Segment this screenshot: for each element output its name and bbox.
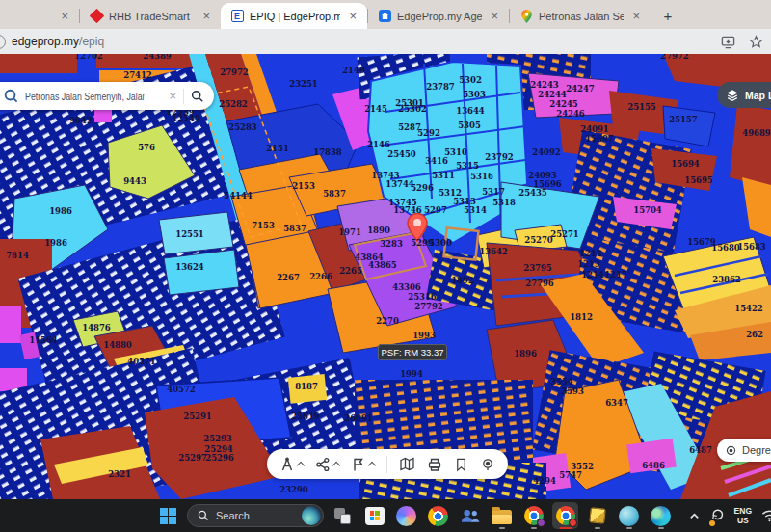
profile-badge bbox=[569, 519, 577, 527]
notification-dot bbox=[709, 520, 715, 526]
rhb-favicon bbox=[90, 10, 103, 23]
character-app-button[interactable] bbox=[616, 502, 642, 529]
map-toolbar bbox=[267, 449, 508, 479]
tab-close-icon[interactable]: × bbox=[58, 9, 71, 23]
url-host: edgeprop.my bbox=[12, 35, 79, 48]
address-bar[interactable]: edgeprop.my/epiq bbox=[0, 29, 771, 54]
chevron-up-icon[interactable] bbox=[332, 461, 340, 468]
language-indicator[interactable]: ENG US bbox=[734, 506, 752, 525]
map-layers-label: Map La bbox=[745, 90, 771, 101]
chrome-button[interactable] bbox=[425, 502, 451, 529]
windows-logo-icon bbox=[160, 508, 176, 524]
cube-app-button[interactable] bbox=[584, 502, 610, 529]
google-maps-favicon bbox=[519, 10, 533, 23]
tab-agent-portal[interactable]: EdgeProp.my Agent Portal × bbox=[368, 3, 509, 29]
tab-title: EPIQ | EdgeProp.my bbox=[250, 11, 340, 22]
map-search-input[interactable]: Petronas Jalan Semenyih, Jalan Se… × bbox=[0, 82, 214, 110]
new-tab-button[interactable]: + bbox=[656, 4, 679, 27]
chrome-icon bbox=[428, 506, 448, 526]
tab-title: Petronas Jalan Semenyih - Goo bbox=[539, 11, 624, 22]
edge-icon bbox=[651, 506, 671, 526]
parcel-map-graphic bbox=[0, 54, 771, 499]
copilot-icon bbox=[396, 506, 416, 526]
chevron-up-icon[interactable] bbox=[368, 461, 376, 468]
bookmark-star-icon[interactable] bbox=[749, 35, 763, 49]
degrees-label: Degrees bbox=[742, 444, 771, 456]
tab-close-icon[interactable]: × bbox=[346, 9, 359, 23]
taskbar-search[interactable]: Search bbox=[187, 504, 324, 527]
search-submit-icon[interactable] bbox=[191, 90, 204, 103]
measure-compass-icon bbox=[279, 457, 295, 472]
profile-badge bbox=[537, 519, 545, 527]
share-tool-button[interactable] bbox=[315, 457, 339, 472]
bookmark-icon[interactable] bbox=[454, 457, 468, 472]
send-to-device-icon[interactable] bbox=[721, 35, 735, 49]
people-icon bbox=[460, 507, 480, 524]
flag-tool-button[interactable] bbox=[351, 457, 375, 472]
degrees-compass-icon bbox=[725, 444, 737, 457]
site-info-icon[interactable] bbox=[0, 35, 6, 49]
tab-close-icon[interactable]: × bbox=[629, 9, 643, 23]
search-icon bbox=[198, 510, 209, 521]
tab-close-icon[interactable]: × bbox=[199, 9, 213, 23]
search-logo-icon bbox=[4, 89, 18, 103]
tab-petronas-maps[interactable]: Petronas Jalan Semenyih - Goo × bbox=[510, 3, 651, 29]
tab-title: EdgeProp.my Agent Portal bbox=[397, 11, 482, 22]
legend-map-icon[interactable] bbox=[399, 457, 415, 472]
share-icon bbox=[315, 457, 331, 472]
search-query-text: Petronas Jalan Semenyih, Jalan Se… bbox=[25, 91, 145, 102]
search-clear-icon[interactable]: × bbox=[169, 89, 176, 103]
tray-chevron-up-icon[interactable] bbox=[688, 510, 701, 522]
taskbar-search-label: Search bbox=[216, 510, 295, 521]
degrees-button[interactable]: Degrees bbox=[717, 439, 771, 462]
chrome-active-window-button[interactable] bbox=[552, 502, 578, 529]
measure-tool-button[interactable] bbox=[279, 457, 304, 472]
cube-app-icon bbox=[589, 507, 606, 524]
layers-icon bbox=[726, 89, 739, 102]
copilot-button[interactable] bbox=[393, 502, 419, 529]
tab-title: RHB TradeSmart bbox=[109, 11, 194, 22]
tab-close-icon[interactable]: × bbox=[488, 9, 501, 23]
edge-button[interactable] bbox=[648, 502, 674, 529]
character-app-icon bbox=[619, 506, 639, 526]
windows-taskbar: Search ENG US bbox=[0, 499, 771, 532]
chrome-profile-2-button[interactable] bbox=[520, 502, 546, 529]
tab-epiq-edgeprop[interactable]: E EPIQ | EdgeProp.my × bbox=[221, 3, 367, 29]
store-icon bbox=[365, 507, 385, 525]
browser-tab-strip: × RHB TradeSmart × E EPIQ | EdgeProp.my … bbox=[0, 0, 771, 29]
tab-rhb-tradesmart[interactable]: RHB TradeSmart × bbox=[80, 3, 221, 29]
tab-partial[interactable]: × bbox=[0, 3, 79, 29]
locate-icon[interactable] bbox=[480, 457, 495, 472]
url-path: /epiq bbox=[79, 35, 104, 48]
folder-icon bbox=[492, 510, 512, 524]
print-icon[interactable] bbox=[427, 457, 442, 472]
search-highlight-image bbox=[302, 506, 321, 525]
toolbar-divider bbox=[386, 456, 387, 473]
tray-sync-icon[interactable] bbox=[710, 507, 725, 525]
map-layers-button[interactable]: Map La bbox=[717, 82, 771, 108]
wifi-icon[interactable] bbox=[761, 509, 771, 522]
map-canvas[interactable]: 2438912702274122797225282252831253912540… bbox=[0, 54, 771, 499]
psf-tooltip: PSF: RM 33.37 bbox=[378, 344, 447, 360]
file-explorer-button[interactable] bbox=[489, 502, 515, 529]
epiq-favicon: E bbox=[230, 10, 244, 23]
people-app-button[interactable] bbox=[457, 502, 483, 529]
task-view-button[interactable] bbox=[330, 502, 356, 529]
search-divider bbox=[183, 89, 184, 104]
agent-portal-favicon bbox=[378, 10, 391, 23]
start-button[interactable] bbox=[155, 502, 181, 529]
chevron-up-icon[interactable] bbox=[297, 461, 305, 468]
task-view-icon bbox=[334, 508, 351, 524]
flag-icon bbox=[351, 457, 366, 472]
microsoft-store-button[interactable] bbox=[361, 502, 387, 529]
